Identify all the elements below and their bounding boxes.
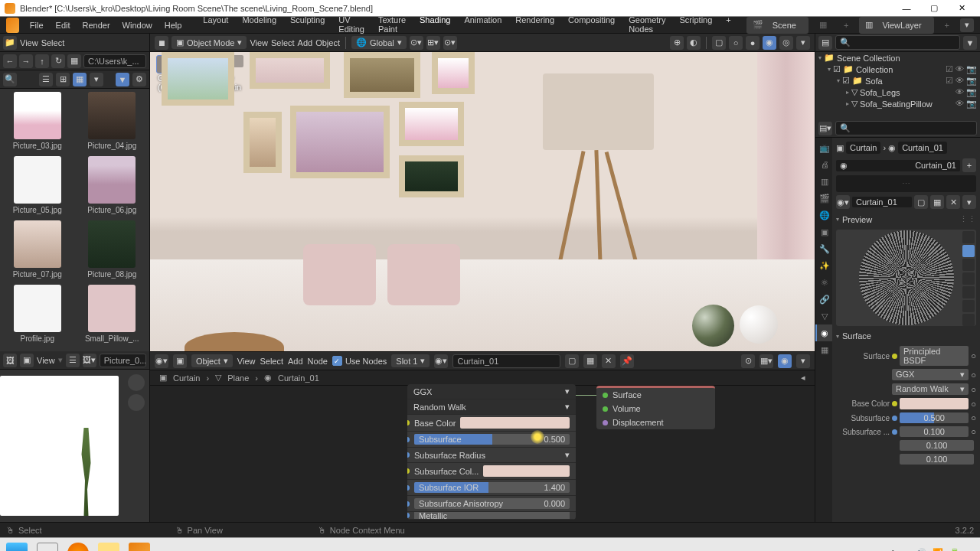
- node-distribution[interactable]: GGX ▾: [407, 384, 576, 399]
- nodeed-mat-name[interactable]: Curtain_01: [452, 354, 560, 368]
- props-tab-render-icon[interactable]: 📺: [815, 139, 832, 156]
- 3d-viewport[interactable]: Camera Perspective (0) Collection | Curt…: [150, 52, 815, 351]
- material-slot[interactable]: ◉ Curtain_01: [836, 160, 960, 171]
- nodeed-mode-icon[interactable]: ▣: [173, 354, 187, 368]
- nav-fwd-icon[interactable]: →: [19, 54, 33, 68]
- outliner-row[interactable]: ▾ ☑ 📁 Collection☑ 👁 📷: [815, 64, 980, 75]
- shading-wire-icon[interactable]: ○: [729, 36, 743, 50]
- xray-icon[interactable]: ▢: [712, 36, 726, 50]
- close-button[interactable]: ✕: [948, 0, 975, 17]
- node-canvas[interactable]: GGX ▾ Random Walk ▾ Base ColorSubsurface…: [150, 386, 815, 522]
- minimize-button[interactable]: —: [893, 0, 920, 17]
- props-tab-physics-icon[interactable]: ⚛: [815, 274, 832, 291]
- preview-cube-icon[interactable]: [962, 259, 975, 271]
- outliner-row[interactable]: ▾ ☑ 📁 Sofa☑ 👁 📷: [815, 75, 980, 86]
- blender-icon[interactable]: [6, 18, 19, 33]
- nav-up-icon[interactable]: ↑: [35, 54, 49, 68]
- slot-add-icon[interactable]: +: [962, 158, 976, 172]
- vp-menu-view[interactable]: View: [250, 38, 268, 47]
- nodeed-mat-browse-icon[interactable]: ◉▾: [434, 354, 448, 368]
- scene-new-icon[interactable]: +: [838, 18, 854, 32]
- file-item[interactable]: Picture_08.jpg: [78, 220, 147, 279]
- node-input-row[interactable]: Subsurface Col...: [407, 463, 576, 480]
- preview-fluid-icon[interactable]: [962, 314, 975, 326]
- outliner-filter-icon[interactable]: ▼: [963, 36, 977, 50]
- preview-hair-icon[interactable]: [962, 272, 975, 285]
- nodeed-pin-icon[interactable]: ▢: [565, 354, 579, 368]
- file-item[interactable]: Picture_06.jpg: [78, 156, 147, 214]
- node-crumb[interactable]: Curtain_01: [278, 373, 319, 383]
- props-tab-viewlayer-icon[interactable]: ▥: [815, 173, 832, 190]
- scene-browse-icon[interactable]: ▦: [813, 18, 833, 32]
- menu-render[interactable]: Render: [77, 18, 116, 32]
- tray-cloud-icon[interactable]: ☁: [901, 548, 910, 551]
- blender-taskbar-icon[interactable]: [129, 543, 150, 552]
- preview-cloth-icon[interactable]: [962, 300, 975, 312]
- prop-distribution[interactable]: GGX▾: [892, 369, 969, 380]
- outliner[interactable]: ▾ 📁 Scene Collection ▾ ☑ 📁 Collection☑ 👁…: [815, 52, 980, 119]
- node-material-output[interactable]: Surface Volume Displacement: [596, 386, 715, 429]
- node-output-volume[interactable]: Volume: [612, 404, 641, 413]
- imged-image-icon[interactable]: 🖼▾: [83, 354, 96, 367]
- nodeed-backdrop-icon[interactable]: ◉: [778, 354, 792, 368]
- display-thumb-icon[interactable]: ▦: [73, 73, 87, 86]
- outliner-row[interactable]: ▸ ▽ Sofa_Legs👁 📷: [815, 86, 980, 98]
- prop-subsurface-radius[interactable]: 0.100: [900, 454, 974, 465]
- file-explorer-icon[interactable]: [98, 543, 119, 552]
- props-tab-material-icon[interactable]: ◉: [815, 324, 832, 341]
- display-list-icon[interactable]: ☰: [39, 73, 53, 86]
- sort-icon[interactable]: ▾: [90, 73, 103, 86]
- node-input-row[interactable]: Subsurface Anisotropy0.000: [407, 496, 576, 512]
- props-tab-data-icon[interactable]: ▽: [815, 308, 832, 324]
- mat-dropdown-icon[interactable]: ▾: [962, 195, 976, 209]
- node-output-displacement[interactable]: Displacement: [612, 418, 664, 427]
- vp-menu-add[interactable]: Add: [298, 38, 313, 47]
- node-sss-method[interactable]: Random Walk ▾: [407, 399, 576, 415]
- slot-list[interactable]: ⋯: [836, 175, 976, 192]
- props-tab-output-icon[interactable]: 🖨: [815, 156, 832, 173]
- nodeed-dropdown-icon[interactable]: ▾: [796, 354, 810, 368]
- props-tab-texture-icon[interactable]: ▦: [815, 341, 832, 358]
- nodeed-menu-view[interactable]: View: [237, 357, 256, 366]
- path-input[interactable]: C:\Users\k_...: [83, 54, 146, 68]
- prop-subsurface-radius[interactable]: 0.100: [900, 440, 974, 451]
- preview-panel-header[interactable]: ▾ Preview⋮⋮: [836, 212, 976, 227]
- imged-pan-icon[interactable]: [128, 394, 145, 411]
- surface-panel-header[interactable]: ▾ Surface: [836, 329, 976, 343]
- nodeed-menu-node[interactable]: Node: [308, 357, 328, 366]
- proportional-icon[interactable]: ⊙▾: [443, 36, 457, 50]
- prop-subsurface-radius[interactable]: 0.100: [900, 426, 969, 437]
- fb-editor-type-icon[interactable]: 📁: [3, 36, 17, 50]
- mat-browse-icon[interactable]: ◉▾: [836, 195, 850, 209]
- node-output-surface[interactable]: Surface: [612, 390, 642, 399]
- props-search[interactable]: 🔍: [835, 121, 977, 135]
- node-principled-bsdf[interactable]: GGX ▾ Random Walk ▾ Base ColorSubsurface…: [407, 384, 576, 520]
- mat-unlink-icon[interactable]: ✕: [946, 195, 960, 209]
- nodeed-type-selector[interactable]: Object ▾: [191, 354, 233, 367]
- props-tab-object-icon[interactable]: ▣: [815, 223, 832, 240]
- maximize-button[interactable]: ▢: [920, 0, 948, 17]
- fb-menu-view[interactable]: View: [20, 38, 38, 47]
- preview-shaderball-icon[interactable]: [962, 286, 975, 298]
- search-icon[interactable]: 🔍: [3, 73, 17, 86]
- pivot-icon[interactable]: ⊙▾: [410, 36, 423, 50]
- mode-selector[interactable]: ▣ Object Mode ▾: [172, 36, 247, 49]
- preview-sphere-icon[interactable]: [962, 245, 975, 257]
- node-input-row[interactable]: Base Color: [407, 415, 576, 432]
- mat-pin-icon[interactable]: ▢: [914, 195, 928, 209]
- prop-base-color[interactable]: [900, 398, 969, 409]
- nav-back-icon[interactable]: ←: [3, 54, 17, 68]
- nodeed-pin2-icon[interactable]: 📌: [620, 354, 634, 368]
- tray-volume-icon[interactable]: 🔊: [916, 548, 926, 551]
- outliner-search[interactable]: 🔍: [835, 35, 960, 50]
- props-tab-scene-icon[interactable]: 🎬: [815, 190, 832, 207]
- node-input-row[interactable]: Subsurface0.500: [407, 432, 576, 448]
- node-value-slider[interactable]: Subsurface Anisotropy0.000: [414, 498, 570, 509]
- tray-chevron-icon[interactable]: ^: [891, 549, 895, 552]
- node-value-slider[interactable]: Subsurface IOR1.400: [414, 482, 570, 493]
- task-view-icon[interactable]: [37, 543, 58, 552]
- material-name[interactable]: Curtain_01: [852, 197, 912, 207]
- viewlayer-selector[interactable]: ▥ ViewLayer: [859, 17, 933, 34]
- file-item[interactable]: Picture_04.jpg: [78, 92, 147, 150]
- overlays-toggle-icon[interactable]: ◐: [687, 36, 701, 50]
